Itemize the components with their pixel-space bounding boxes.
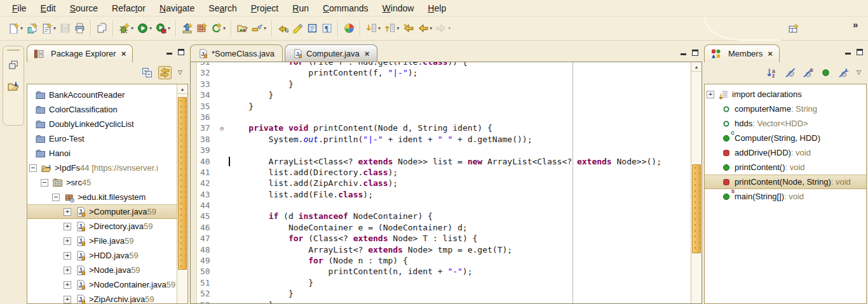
package-explorer-scrollbar[interactable]: ▲ [177,84,187,303]
collapse-icon[interactable]: − [41,179,48,187]
external-tools-dropdown-arrow[interactable]: ▾ [168,25,170,31]
import-archive-button[interactable] [180,20,194,37]
collapse-all-button[interactable] [140,66,154,79]
code-line-44[interactable]: 44 [197,200,691,211]
scroll-up-arrow[interactable]: ▲ [691,62,702,72]
menu-help[interactable]: Help [421,1,453,15]
maximize-button[interactable] [692,50,698,56]
code-line-31[interactable]: 31 for (File f : hdd.get(File.class)) { [197,62,691,67]
tree-item-directory-java[interactable]: +J> Directory.java 59 [27,219,177,234]
member-printcontent-node-string-[interactable]: printContent(Node, String) : void [705,175,866,189]
code-line-32[interactable]: 32 printContent(f, "|-"); [197,67,691,78]
next-annotation-button[interactable]: ▾ [364,20,383,37]
code-editor[interactable]: 31 for (File f : hdd.get(File.class)) {3… [190,62,702,304]
new-table-button[interactable] [194,20,209,37]
menu-run[interactable]: Run [285,1,316,15]
search-button[interactable]: ▾ [250,20,268,37]
tree-item-src[interactable]: −> src 45 [27,175,177,190]
back-button[interactable]: ▾ [416,20,434,37]
expand-icon[interactable]: + [64,296,71,303]
close-icon[interactable]: × [365,49,370,58]
code-line-46[interactable]: 46 NodeContainer e = (NodeContainer) d; [197,222,691,233]
debug-dropdown-arrow[interactable]: ▾ [131,25,133,31]
tree-item-euro-test[interactable]: Euro-Test [27,131,177,146]
collapse-icon[interactable]: − [29,164,37,172]
code-line-45[interactable]: 45 if (d instanceof NodeContainer) { [197,211,691,221]
menu-source[interactable]: Source [63,1,105,15]
code-line-36[interactable]: 36 [197,112,691,122]
code-line-42[interactable]: 42 list.add(ZipArchiv.class); [197,178,691,188]
hide-fields-button[interactable] [783,66,797,79]
code-line-41[interactable]: 41 list.add(Directory.class); [197,167,691,178]
fold-collapse-icon[interactable]: ⊖ [220,123,229,134]
tree-item-hdd-java[interactable]: +J> HDD.java 59 [27,248,177,263]
member-hdds[interactable]: hdds : Vector<HDD> [705,116,866,131]
hide-static-button[interactable]: S [801,66,815,79]
last-edit-location-button[interactable] [401,20,416,37]
tree-item-hanoi[interactable]: Hanoi [27,146,177,161]
external-tools-button[interactable]: ▾ [154,20,172,37]
code-line-43[interactable]: 43 list.add(File.class); [197,189,691,200]
minimize-button[interactable] [845,53,851,55]
tree-item-nodecontainer-java[interactable]: +J> NodeContainer.java 59 [27,277,177,292]
expand-icon[interactable]: + [64,252,71,260]
code-line-35[interactable]: 35 } [197,101,691,112]
code-line-50[interactable]: 50 printContent(n, ident + "-"); [197,266,691,277]
sort-alpha-button[interactable]: az [766,66,779,79]
editor-tab--someclass-java[interactable]: J*SomeClass.java [190,44,283,62]
expand-icon[interactable]: + [64,237,71,245]
member-adddrive-hdd-[interactable]: addDrive(HDD) : void [705,145,866,160]
refresh-button[interactable]: ▾ [209,20,227,37]
close-icon[interactable]: × [768,49,773,58]
menu-commands[interactable]: Commands [316,1,376,15]
code-line-34[interactable]: 34 } [197,89,691,100]
perspective-bar-handle[interactable] [7,50,20,51]
maximize-button[interactable] [178,49,184,55]
editor-scrollbar[interactable]: ▲ [691,62,702,303]
plugin-spy-button[interactable]: G [276,20,290,37]
copy-pages-button[interactable] [95,20,109,37]
tree-item-colorclassification[interactable]: ColorClassification [27,102,177,117]
code-line-53[interactable]: 53 } [197,300,691,303]
member-main-string-[interactable]: Smain(String[]) : void [705,189,866,204]
hide-local-types-button[interactable]: L [837,66,850,79]
new-java-class-button[interactable] [25,20,39,37]
menu-project[interactable]: Project [244,1,286,15]
minimize-button[interactable] [681,53,686,55]
color-palette-button[interactable] [342,20,356,37]
expand-icon[interactable]: + [707,91,714,98]
open-resource-button[interactable] [235,20,250,37]
highlighter-button[interactable] [290,20,305,37]
search-dropdown-arrow[interactable]: ▾ [264,25,266,31]
code-line-49[interactable]: 49 for (Node n : tmp) { [197,255,691,266]
menu-edit[interactable]: Edit [34,1,63,15]
tree-item-computer-java[interactable]: +J> Computer.java 59 [27,204,177,219]
annotation-ruler[interactable] [191,62,197,303]
expand-icon[interactable]: + [64,208,71,216]
debug-button[interactable]: ▾ [117,20,135,37]
menu-refactor[interactable]: Refactor [105,1,153,15]
print-button[interactable] [72,20,87,37]
tree-item-ipdfs[interactable]: −J> IpdFs 44 [https://svnserver.i [27,161,177,175]
members-tab[interactable]: Members × [704,44,780,62]
minimize-button[interactable] [166,53,172,55]
code-line-33[interactable]: 33 } [197,79,691,89]
link-with-editor-button[interactable] [158,66,172,79]
show-whitespace-button[interactable]: ¶ [320,20,334,37]
expand-icon[interactable]: + [64,223,71,230]
tree-item-node-java[interactable]: +J> Node.java 59 [27,263,177,277]
menu-file[interactable]: File [5,1,34,15]
expand-icon[interactable]: + [64,267,71,274]
close-icon[interactable]: × [121,49,126,58]
new-java-project-dropdown-arrow[interactable]: ▾ [53,25,56,31]
menu-navigate[interactable]: Navigate [153,1,201,15]
back-dropdown-arrow[interactable]: ▾ [430,25,432,31]
show-source-button[interactable] [305,20,320,37]
run-button[interactable]: ▾ [135,20,154,37]
tree-item-ziparchiv-java[interactable]: +J> ZipArchiv.java 59 [27,292,177,303]
code-line-37[interactable]: 37⊖ private void printContent(Node d, St… [197,122,691,133]
restore-windows-button[interactable] [6,57,21,72]
menu-window[interactable]: Window [376,1,421,15]
collapse-icon[interactable]: − [52,194,60,201]
java-perspective-button[interactable] [6,79,21,94]
